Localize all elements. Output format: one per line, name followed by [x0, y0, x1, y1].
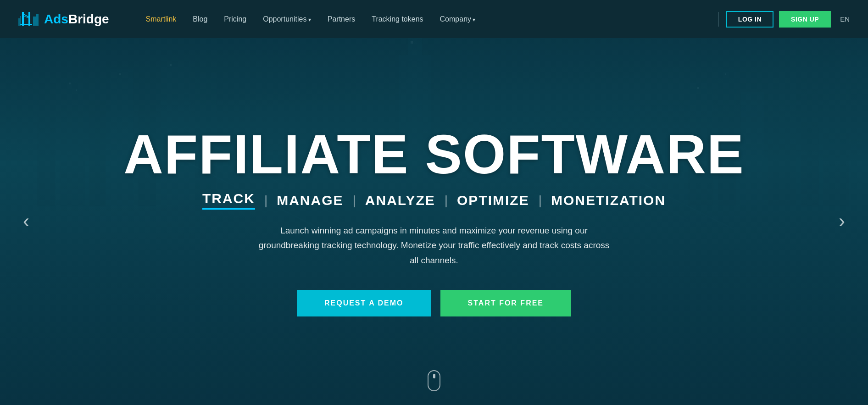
- hero-section: ‹ AFFILIATE SOFTWARE TRACK | MANAGE | AN…: [0, 0, 868, 405]
- nav-item-tracking: Tracking tokens: [372, 15, 423, 23]
- nav-item-company: Company: [440, 15, 476, 23]
- hero-subtitle-optimize: OPTIMIZE: [457, 193, 529, 208]
- hero-prev-button[interactable]: ‹: [14, 202, 39, 240]
- nav-divider: [718, 12, 719, 27]
- logo-text: AdsBridge: [44, 12, 109, 27]
- nav-item-pricing: Pricing: [224, 15, 246, 23]
- hero-subtitle-analyze: ANALYZE: [365, 193, 435, 208]
- hero-buttons: REQUEST A DEMO START FOR FREE: [297, 290, 571, 316]
- nav-link-partners[interactable]: Partners: [328, 15, 355, 23]
- signup-button[interactable]: SIGN UP: [779, 11, 831, 28]
- svg-rect-33: [28, 12, 30, 26]
- nav-link-pricing[interactable]: Pricing: [224, 15, 246, 23]
- hero-sep-1: |: [264, 193, 267, 208]
- logo-icon: [18, 7, 40, 31]
- login-button[interactable]: LOG IN: [726, 11, 773, 28]
- hero-title: AFFILIATE SOFTWARE: [123, 127, 745, 182]
- svg-rect-38: [36, 14, 39, 26]
- request-demo-button[interactable]: REQUEST A DEMO: [297, 290, 431, 316]
- nav-links: Smartlink Blog Pricing Opportunities Par…: [146, 15, 711, 23]
- nav-item-opportunities: Opportunities: [263, 15, 311, 23]
- nav-link-smartlink[interactable]: Smartlink: [146, 15, 177, 23]
- scroll-indicator: [428, 370, 440, 391]
- hero-subtitle-monetization: MONETIZATION: [551, 193, 666, 208]
- hero-description: Launch winning ad campaigns in minutes a…: [255, 223, 613, 268]
- hero-sep-2: |: [353, 193, 356, 208]
- logo-link[interactable]: AdsBridge: [18, 7, 109, 31]
- nav-link-opportunities[interactable]: Opportunities: [263, 15, 311, 23]
- svg-rect-40: [20, 16, 21, 26]
- nav-item-partners: Partners: [328, 15, 355, 23]
- nav-link-blog[interactable]: Blog: [193, 15, 207, 23]
- svg-rect-39: [18, 18, 20, 26]
- nav-link-company[interactable]: Company: [440, 15, 476, 23]
- scroll-dot: [433, 374, 435, 378]
- hero-subtitle-manage: MANAGE: [277, 193, 343, 208]
- hero-content: AFFILIATE SOFTWARE TRACK | MANAGE | ANAL…: [0, 38, 868, 405]
- logo-ads: Ads: [44, 12, 68, 26]
- hero-sep-3: |: [445, 193, 448, 208]
- svg-rect-37: [33, 17, 36, 26]
- hero-sep-4: |: [539, 193, 542, 208]
- hero-subtitle-track: TRACK: [202, 191, 255, 210]
- nav-actions: LOG IN SIGN UP EN: [726, 11, 850, 28]
- hero-subtitle: TRACK | MANAGE | ANALYZE | OPTIMIZE | MO…: [202, 191, 666, 210]
- svg-rect-36: [20, 24, 32, 25]
- nav-item-smartlink: Smartlink: [146, 15, 177, 23]
- start-free-button[interactable]: START FOR FREE: [440, 290, 571, 316]
- navbar: AdsBridge Smartlink Blog Pricing Opportu…: [0, 0, 868, 38]
- language-selector[interactable]: EN: [840, 15, 850, 23]
- logo-bridge: Bridge: [68, 12, 109, 26]
- nav-link-tracking[interactable]: Tracking tokens: [372, 15, 423, 23]
- hero-next-button[interactable]: ›: [829, 202, 854, 240]
- nav-item-blog: Blog: [193, 15, 207, 23]
